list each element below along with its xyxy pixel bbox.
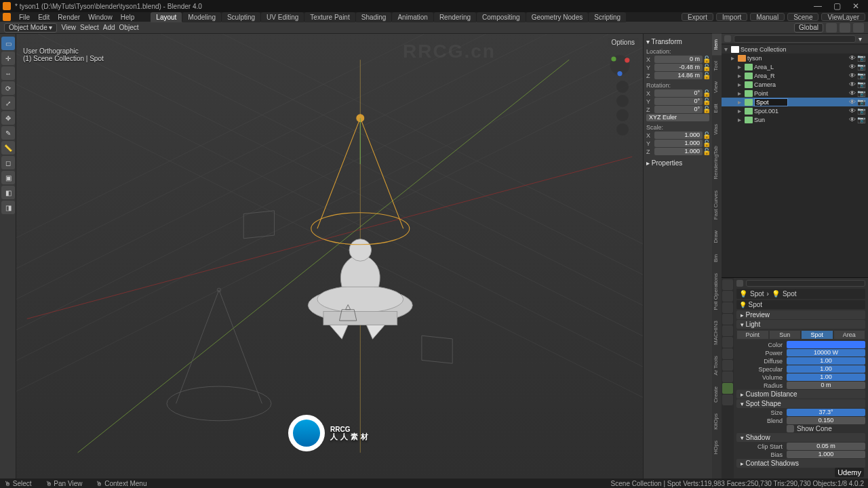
spot-blend[interactable]: 0.150 (787, 417, 865, 424)
view-menu[interactable]: View (61, 24, 76, 31)
object-menu[interactable]: Object (119, 24, 139, 31)
add-menu[interactable]: Add (103, 24, 115, 31)
loc-x[interactable]: 0 m (654, 56, 703, 63)
manual-button[interactable]: Manual (750, 13, 785, 21)
snap-icon[interactable] (826, 23, 837, 33)
rot-z[interactable]: 0° (654, 106, 703, 113)
rot-y[interactable]: 0° (654, 98, 703, 105)
loc-y[interactable]: -0.48 m (654, 64, 703, 71)
outliner-item[interactable]: ▸ Area_L 👁📷 (722, 62, 868, 71)
section-preview[interactable]: ▸ Preview (736, 310, 865, 319)
n-tab[interactable]: Poll Operations (712, 268, 722, 316)
outliner-item[interactable]: ▸ Point 👁📷 (722, 89, 868, 98)
viewport-gizmo-icon[interactable] (553, 35, 564, 45)
viewport-nav-gizmo[interactable] (608, 53, 637, 138)
lock-icon[interactable]: 🔓 (703, 72, 709, 79)
n-tab[interactable]: RenderingTab (712, 140, 722, 185)
export-button[interactable]: Export (682, 13, 713, 21)
outliner-mode-icon[interactable] (724, 35, 731, 42)
outliner-item[interactable]: ▸ tyson 👁📷 (722, 54, 868, 62)
outliner-root[interactable]: ▾ Scene Collection (722, 45, 868, 54)
n-tab[interactable]: MACHIN3 (712, 315, 722, 350)
annotate-tool[interactable]: ✎ (1, 126, 15, 140)
rotation-mode[interactable]: XYZ Euler (646, 114, 709, 121)
scale-y[interactable]: 1.000 (654, 140, 703, 147)
render-icon[interactable]: 📷 (857, 98, 865, 106)
eye-icon[interactable]: 👁 (849, 54, 856, 62)
prop-tab-object[interactable] (722, 337, 733, 348)
outliner-item[interactable]: ▸ Spot.001 👁📷 (722, 106, 868, 115)
measure-tool[interactable]: 📏 (1, 141, 15, 155)
lock-icon[interactable]: 🔓 (703, 106, 709, 113)
zoom-icon[interactable] (616, 81, 629, 93)
viewport-options[interactable]: Options (608, 38, 639, 47)
lock-icon[interactable]: 🔓 (703, 148, 709, 155)
tool-extra-3[interactable]: ◨ (1, 201, 15, 214)
minimize-button[interactable]: — (808, 1, 827, 11)
shadow-clip-start[interactable]: 0.05 m (787, 443, 865, 450)
n-tab[interactable]: Tool (712, 56, 722, 77)
section-shadow[interactable]: ▾ Shadow (736, 433, 865, 442)
prop-tab-data-light[interactable] (722, 383, 733, 394)
n-tab[interactable]: Edit (712, 98, 722, 119)
light-specular[interactable]: 1.00 (787, 365, 865, 373)
light-power[interactable]: 10000 W (787, 349, 865, 357)
outliner-item-selected[interactable]: ▸ 👁📷 (722, 98, 868, 106)
outliner-item[interactable]: ▸ Sun 👁📷 (722, 115, 868, 124)
workspace-tab[interactable]: UV Editing (261, 12, 304, 22)
show-cone-checkbox[interactable] (787, 425, 794, 432)
outliner-item[interactable]: ▸ Area_R 👁📷 (722, 71, 868, 80)
prop-tab-scene[interactable] (722, 314, 733, 325)
spot-size[interactable]: 37.3° (787, 409, 865, 416)
rotate-tool[interactable]: ⟳ (1, 81, 15, 95)
scene-field[interactable]: Scene (787, 13, 818, 21)
transform-tool[interactable]: ✥ (1, 111, 15, 125)
light-type-sun[interactable]: Sun (769, 330, 802, 340)
light-type-spot[interactable]: Spot (801, 330, 833, 340)
section-custom-distance[interactable]: ▸ Custom Distance (736, 390, 865, 399)
render-icon[interactable]: 📷 (857, 54, 865, 62)
properties-subpanel[interactable]: ▸ Properties (646, 159, 709, 167)
rot-x[interactable]: 0° (654, 89, 703, 97)
scale-z[interactable]: 1.000 (654, 148, 703, 155)
section-light[interactable]: ▾ Light (736, 320, 865, 329)
properties-type-icon[interactable] (736, 280, 743, 287)
orientation-dropdown[interactable]: Global (794, 23, 823, 33)
render-icon[interactable]: 📷 (857, 81, 865, 88)
loc-z[interactable]: 14.86 m (654, 72, 703, 79)
select-box-tool[interactable]: ▭ (1, 37, 15, 50)
render-icon[interactable]: 📷 (857, 116, 865, 123)
add-primitive-tool[interactable]: ◻ (1, 156, 15, 169)
tool-extra-1[interactable]: ▣ (1, 171, 15, 184)
eye-icon[interactable]: 👁 (849, 116, 856, 123)
lock-icon[interactable]: 🔓 (703, 56, 709, 63)
prop-tab-physics[interactable] (722, 360, 733, 371)
tool-extra-2[interactable]: ◧ (1, 186, 15, 199)
light-type-area[interactable]: Area (833, 330, 866, 340)
render-icon[interactable]: 📷 (857, 63, 865, 70)
light-radius[interactable]: 0 m (787, 382, 865, 389)
camera-toggle-icon[interactable] (616, 109, 629, 121)
lock-icon[interactable]: 🔓 (703, 98, 709, 105)
light-color[interactable] (787, 341, 865, 348)
prop-tab-viewlayer[interactable] (722, 302, 733, 313)
cursor-tool[interactable]: ✛ (1, 52, 15, 65)
prop-tab-modifiers[interactable] (722, 348, 733, 359)
maximize-button[interactable]: ▢ (827, 1, 846, 11)
workspace-tab[interactable]: Geometry Nodes (526, 12, 589, 22)
lock-icon[interactable]: 🔓 (703, 89, 709, 97)
prop-tab-constraints[interactable] (722, 371, 733, 382)
mode-dropdown[interactable]: Object Mode ▾ (4, 23, 57, 33)
n-tab[interactable]: KitOps (712, 408, 722, 435)
light-diffuse[interactable]: 1.00 (787, 357, 865, 365)
workspace-tab[interactable]: Animation (392, 12, 433, 22)
outliner-rename-input[interactable] (754, 98, 788, 106)
3d-viewport[interactable]: Options User Orthographic (1) Scene Coll… (16, 34, 643, 479)
workspace-tab[interactable]: Texture Paint (304, 12, 355, 22)
n-tab[interactable]: Create (712, 381, 722, 408)
menu-help[interactable]: Help (118, 14, 138, 21)
pivot-icon[interactable] (853, 23, 864, 33)
workspace-tab[interactable]: Shading (356, 12, 392, 22)
close-button[interactable]: ✕ (846, 1, 865, 11)
scale-x[interactable]: 1.000 (654, 131, 703, 139)
